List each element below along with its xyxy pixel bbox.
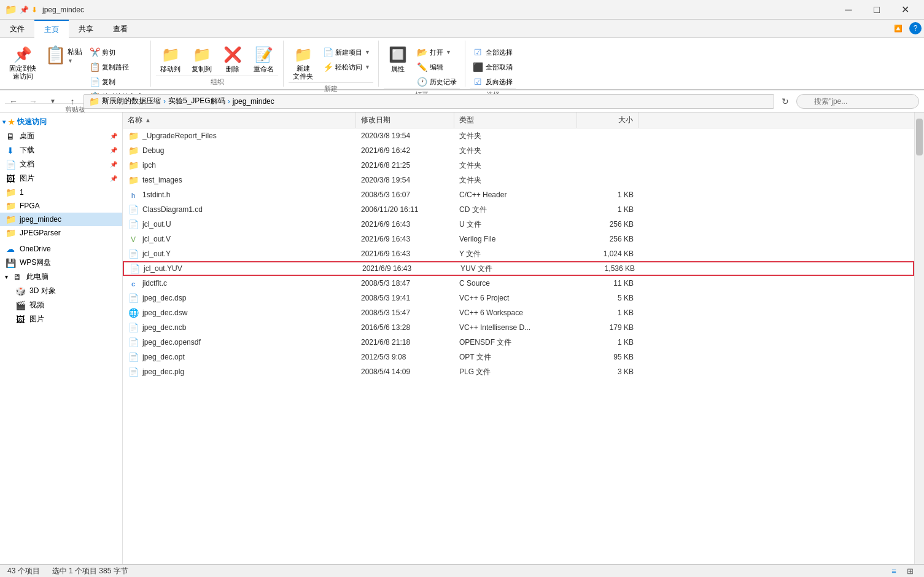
file-name-cell: 📄jpeg_dec.opt	[123, 352, 356, 362]
download-label: 下载	[20, 145, 34, 155]
sidebar-item-fpga[interactable]: 📁 FPGA	[0, 199, 122, 213]
col-header-size[interactable]: 大小	[577, 112, 639, 128]
scroll-thumb[interactable]	[916, 119, 923, 155]
copy-to-button[interactable]: 📁 复制到	[187, 43, 216, 76]
minimize-button[interactable]: ─	[834, 0, 863, 20]
file-size-cell: 1 KB	[577, 338, 639, 347]
close-button[interactable]: ✕	[891, 0, 919, 20]
tab-view[interactable]: 查看	[103, 20, 138, 38]
new-folder-button[interactable]: 📁 新建文件夹	[289, 43, 317, 82]
table-row[interactable]: 📄jpeg_dec.opt2012/5/3 9:08OPT 文件95 KB	[123, 350, 914, 364]
ribbon-collapse-button[interactable]: 🔼	[890, 20, 907, 37]
ribbon-tabs: 文件 主页 共享 查看 🔼 ?	[0, 20, 924, 38]
address-path[interactable]: 📁 斯辰朗的数据压缩 › 实验5_JPEG解码 › jpeg_mindec	[83, 94, 774, 109]
search-input[interactable]	[796, 94, 919, 109]
select-none-icon: ⬛	[473, 62, 483, 72]
table-row[interactable]: 📄jpeg_dec.dsp2008/5/3 19:41VC++ 6 Projec…	[123, 291, 914, 305]
table-row[interactable]: 📄jcl_out.YUV2021/6/9 16:43YUV 文件1,536 KB	[123, 261, 914, 276]
open-btn-button[interactable]: 📂 打开 ▼	[414, 45, 460, 59]
table-row[interactable]: 📁_UpgradeReport_Files2020/3/8 19:54文件夹	[123, 128, 914, 143]
file-name-text: _UpgradeReport_Files	[142, 131, 217, 140]
delete-button[interactable]: ❌ 删除	[219, 43, 247, 76]
col-header-date[interactable]: 修改日期	[356, 112, 454, 128]
file-type-cell: 文件夹	[454, 131, 577, 141]
file-list: 📁_UpgradeReport_Files2020/3/8 19:54文件夹📁D…	[123, 128, 914, 564]
table-row[interactable]: 📄ClassDiagram1.cd2006/11/20 16:11CD 文件1 …	[123, 202, 914, 217]
quick-access-header[interactable]: ▾ ★ 快速访问	[0, 115, 122, 129]
sidebar-item-download[interactable]: ⬇ 下载 📌	[0, 143, 122, 157]
table-row[interactable]: 📄jpeg_dec.plg2008/5/4 14:09PLG 文件3 KB	[123, 364, 914, 379]
table-row[interactable]: 🌐jpeg_dec.dsw2008/5/3 15:47VC++ 6 Worksp…	[123, 305, 914, 320]
file-name-cell: 📄jcl_out.Y	[123, 249, 356, 259]
sidebar-item-onedrive[interactable]: ☁ OneDrive	[0, 242, 122, 256]
col-header-name[interactable]: 名称 ▲	[123, 112, 356, 128]
pin-to-quick-access-button[interactable]: 📌 固定到快速访问	[5, 43, 41, 82]
sidebar-item-this-pc[interactable]: ▾ 🖥 此电脑	[0, 270, 122, 284]
sidebar-item-docs[interactable]: 📄 文档 📌	[0, 157, 122, 171]
table-row[interactable]: 📄jpeg_dec.ncb2016/5/6 13:28VC++ Intellis…	[123, 320, 914, 335]
cut-button[interactable]: ✂️ 剪切	[87, 45, 146, 59]
table-row[interactable]: h1stdint.h2008/5/3 16:07C/C++ Header1 KB	[123, 187, 914, 202]
tab-share[interactable]: 共享	[69, 20, 103, 38]
sidebar-item-wps[interactable]: 💾 WPS网盘	[0, 256, 122, 270]
docs-pin-icon: 📌	[110, 161, 117, 168]
table-row[interactable]: 📁ipch2021/6/8 21:25文件夹	[123, 158, 914, 173]
sidebar-item-desktop[interactable]: 🖥 桌面 📌	[0, 129, 122, 143]
table-row[interactable]: Vjcl_out.V2021/6/9 16:43Verilog File256 …	[123, 232, 914, 246]
table-row[interactable]: 📄jpeg_dec.opensdf2021/6/8 21:18OPENSDF 文…	[123, 335, 914, 350]
file-icon: 📁	[128, 175, 139, 185]
properties-button[interactable]: 🔲 属性	[384, 43, 412, 76]
refresh-button[interactable]: ↻	[777, 93, 794, 110]
up-button[interactable]: ↑	[64, 93, 81, 110]
forward-button[interactable]: →	[25, 93, 42, 110]
table-row[interactable]: 📄jcl_out.Y2021/6/9 16:43Y 文件1,024 KB	[123, 246, 914, 261]
3d-label: 3D 对象	[29, 286, 56, 296]
sidebar-item-1[interactable]: 📁 1	[0, 186, 122, 199]
move-to-button[interactable]: 📁 移动到	[156, 43, 185, 76]
properties-label: 属性	[391, 65, 405, 74]
sidebar-item-3d[interactable]: 🎲 3D 对象	[0, 284, 122, 298]
sidebar-item-jpegparser[interactable]: 📁 JPEGParser	[0, 226, 122, 240]
right-scrollbar[interactable]	[914, 112, 924, 564]
new-item-label: 新建项目	[335, 48, 362, 57]
tab-file[interactable]: 文件	[0, 20, 34, 38]
back-button[interactable]: ←	[5, 93, 22, 110]
file-size-cell: 1,536 KB	[578, 264, 640, 273]
invert-selection-button[interactable]: ☑ 反向选择	[470, 75, 516, 88]
copy-button[interactable]: 📄 复制	[87, 75, 146, 88]
path-arrow-1: ›	[163, 97, 166, 106]
file-date-cell: 2021/6/8 21:25	[356, 161, 454, 170]
easy-access-button[interactable]: ⚡ 轻松访问 ▼	[320, 60, 373, 74]
maximize-button[interactable]: □	[863, 0, 891, 20]
help-button[interactable]: ?	[909, 22, 922, 34]
sidebar-item-jpeg-mindec[interactable]: 📁 jpeg_mindec	[0, 213, 122, 226]
select-all-label: 全部选择	[486, 48, 513, 57]
file-type-cell: OPENSDF 文件	[454, 337, 577, 348]
tab-home[interactable]: 主页	[34, 20, 69, 38]
table-row[interactable]: 📁test_images2020/3/8 19:54文件夹	[123, 173, 914, 187]
open-btn-icon: 📂	[417, 47, 427, 57]
table-row[interactable]: 📄jcl_out.U2021/6/9 16:43U 文件256 KB	[123, 217, 914, 232]
list-view-button[interactable]: ≡	[887, 565, 901, 578]
dropdown-button[interactable]: ▼	[44, 93, 61, 110]
select-all-button[interactable]: ☑ 全部选择	[470, 45, 516, 59]
new-items: 📁 新建文件夹 📄 新建项目 ▼ ⚡ 轻松访问 ▼	[289, 41, 373, 82]
pictures-label: 图片	[20, 173, 34, 184]
new-item-button[interactable]: 📄 新建项目 ▼	[320, 45, 373, 59]
file-date-cell: 2021/6/9 16:43	[356, 220, 454, 229]
details-view-button[interactable]: ⊞	[903, 565, 917, 578]
table-row[interactable]: cjidctflt.c2008/5/3 18:47C Source11 KB	[123, 276, 914, 291]
sidebar-item-pictures2[interactable]: 🖼 图片	[0, 312, 122, 326]
file-type-cell: 文件夹	[454, 175, 577, 186]
rename-button[interactable]: 📝 重命名	[249, 43, 278, 76]
copy-path-button[interactable]: 📋 复制路径	[87, 60, 146, 74]
history-button[interactable]: 🕐 历史记录	[414, 75, 460, 88]
edit-button[interactable]: ✏️ 编辑	[414, 60, 460, 74]
select-none-button[interactable]: ⬛ 全部取消	[470, 60, 516, 74]
sidebar-item-pictures[interactable]: 🖼 图片 📌	[0, 171, 122, 186]
sidebar-item-videos[interactable]: 🎬 视频	[0, 298, 122, 312]
file-name-cell: 📁test_images	[123, 175, 356, 185]
paste-button[interactable]: 📋 粘贴 ▼	[42, 43, 85, 67]
col-header-type[interactable]: 类型	[454, 112, 577, 128]
table-row[interactable]: 📁Debug2021/6/9 16:42文件夹	[123, 143, 914, 158]
